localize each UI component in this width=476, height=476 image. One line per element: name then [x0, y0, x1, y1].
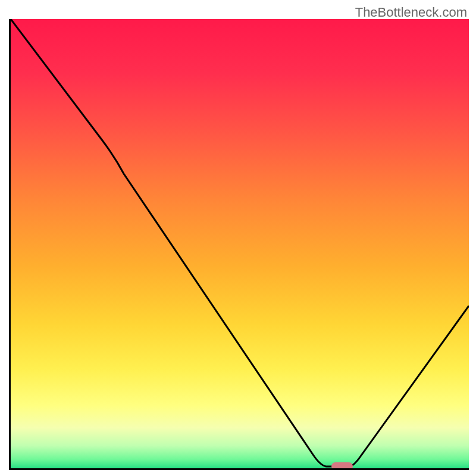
chart-container: TheBottleneck.com — [0, 0, 476, 476]
watermark-text: TheBottleneck.com — [355, 5, 467, 20]
optimal-point-marker — [331, 462, 353, 470]
chart-plot-area — [9, 19, 469, 470]
bottleneck-curve — [11, 19, 469, 468]
